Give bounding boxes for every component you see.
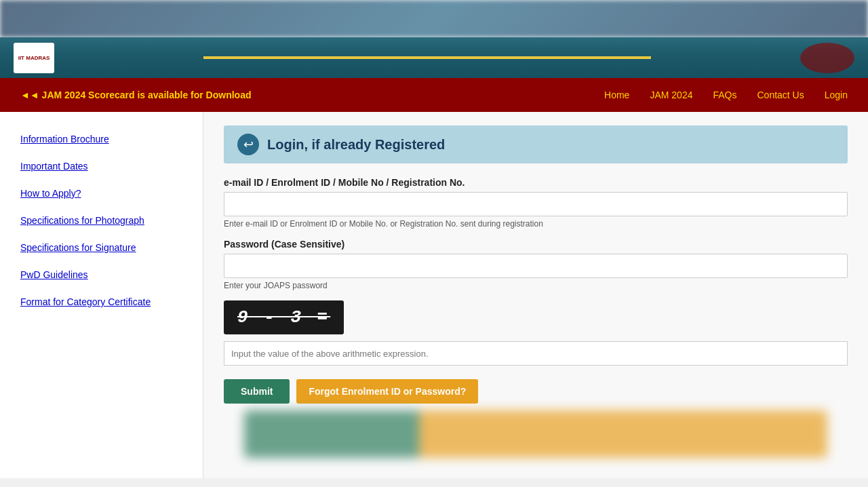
sidebar-item-spec-photo[interactable]: Specifications for Photograph — [0, 207, 203, 234]
header-center — [54, 56, 800, 59]
nav-login[interactable]: Login — [825, 90, 848, 100]
submit-button[interactable]: Submit — [224, 379, 290, 404]
sidebar-item-info-brochure[interactable]: Information Brochure — [0, 125, 203, 153]
top-bar — [0, 0, 868, 37]
forgot-password-button[interactable]: Forgot Enrolment ID or Password? — [296, 379, 478, 404]
login-arrow-icon: ↩ — [243, 137, 254, 152]
email-input[interactable] — [224, 192, 848, 216]
email-hint: Enter e-mail ID or Enrolment ID or Mobil… — [224, 219, 848, 229]
password-group: Password (Case Sensitive) Enter your JOA… — [224, 239, 848, 290]
iit-madras-logo: IIT MADRAS — [14, 43, 54, 73]
sidebar-item-category-cert[interactable]: Format for Category Certificate — [0, 288, 203, 315]
nav-announcement: JAM 2024 Scorecard is available for Down… — [20, 90, 604, 100]
captcha-display: 9 - 3 = — [224, 300, 344, 334]
login-title: Login, if already Registered — [267, 137, 445, 153]
nav-faqs[interactable]: FAQs — [713, 90, 736, 100]
sidebar: Information Brochure Important Dates How… — [0, 112, 203, 478]
bottom-blurred-banner — [244, 410, 827, 458]
captcha-input[interactable] — [224, 341, 848, 366]
captcha-group: 9 - 3 = — [224, 300, 848, 366]
logo: IIT MADRAS — [14, 43, 54, 73]
header-emblem — [800, 43, 854, 73]
password-hint: Enter your JOAPS password — [224, 281, 848, 290]
password-label: Password (Case Sensitive) — [224, 239, 848, 250]
login-icon: ↩ — [237, 134, 259, 155]
nav-home[interactable]: Home — [604, 90, 629, 100]
sidebar-item-important-dates[interactable]: Important Dates — [0, 153, 203, 180]
nav-jam2024[interactable]: JAM 2024 — [650, 90, 692, 100]
button-row: Submit Forgot Enrolment ID or Password? — [224, 379, 848, 404]
main-content: Information Brochure Important Dates How… — [0, 112, 868, 478]
sidebar-item-pwd-guidelines[interactable]: PwD Guidelines — [0, 261, 203, 288]
header-title-bar — [203, 56, 651, 59]
sidebar-item-spec-signature[interactable]: Specifications for Signature — [0, 234, 203, 261]
email-group: e-mail ID / Enrolment ID / Mobile No / R… — [224, 177, 848, 229]
password-input[interactable] — [224, 254, 848, 278]
navbar: JAM 2024 Scorecard is available for Down… — [0, 78, 868, 112]
nav-contact[interactable]: Contact Us — [757, 90, 804, 100]
sidebar-item-how-to-apply[interactable]: How to Apply? — [0, 180, 203, 207]
nav-links: Home JAM 2024 FAQs Contact Us Login — [604, 90, 848, 100]
login-header: ↩ Login, if already Registered — [224, 125, 848, 163]
form-area: ↩ Login, if already Registered e-mail ID… — [203, 112, 868, 478]
header: IIT MADRAS — [0, 37, 868, 78]
email-label: e-mail ID / Enrolment ID / Mobile No / R… — [224, 177, 848, 188]
